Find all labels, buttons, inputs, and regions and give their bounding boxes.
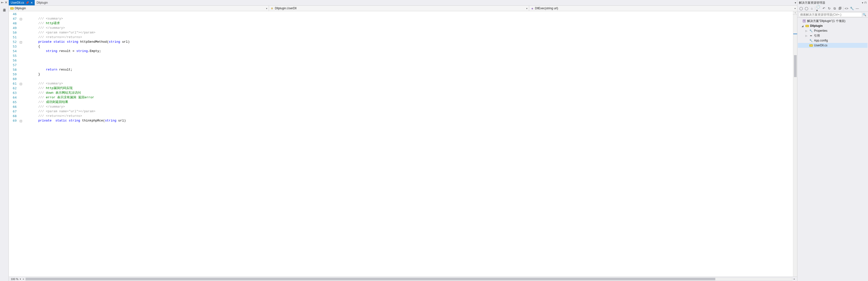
- home-icon[interactable]: ⌂: [810, 6, 814, 11]
- solution-node[interactable]: ⧉ 解决方案"Dllplugin"(1 个项目): [798, 19, 868, 24]
- panel-toolbar: ◯ ◯ ⌂ 🕘▾ ↶ ↻ ⧉ 🗐 <> 🔧 —: [797, 5, 868, 12]
- nav-next-icon[interactable]: ▸: [794, 277, 795, 281]
- editor-pane: UserDll.cs 📌 ✕ Dllplugin ▾ C# Dllplugin …: [9, 0, 797, 281]
- expand-icon[interactable]: ▷: [805, 34, 808, 37]
- line-gutter: 4647484950515253545556575859606162636465…: [9, 11, 19, 277]
- class-icon: ⚙: [271, 7, 274, 10]
- node-label: Properties: [814, 29, 828, 32]
- panel-title: 解决方案资源管理器: [799, 1, 825, 5]
- zoom-level[interactable]: 100 %: [11, 278, 18, 281]
- left-dock: ⇤ ✕ 提示: [0, 0, 9, 281]
- node-label: App.config: [814, 39, 828, 42]
- split-icon[interactable]: ⫞: [793, 11, 797, 14]
- panel-menu-icon[interactable]: ▾: [862, 1, 863, 4]
- project-label: Dllplugin: [810, 24, 823, 28]
- search-input[interactable]: [799, 12, 862, 17]
- undo-icon[interactable]: ↶: [822, 6, 826, 11]
- csharp-file-icon: C#: [809, 43, 813, 47]
- more-icon[interactable]: —: [855, 6, 860, 11]
- nav-scope-label: Dllplugin: [15, 7, 26, 10]
- appconfig-node[interactable]: 🔧 App.config: [798, 38, 868, 43]
- chevron-down-icon: ▾: [266, 7, 267, 10]
- nav-bar: C# Dllplugin ▾ ⚙ Dllplugin.UserDll ▾ ◈ D…: [9, 5, 797, 11]
- solution-icon: ⧉: [802, 19, 806, 23]
- tab-label: Dllplugin: [37, 1, 48, 4]
- nav-class[interactable]: ⚙ Dllplugin.UserDll ▾: [269, 6, 529, 11]
- chevron-down-icon: ▾: [526, 7, 527, 10]
- fold-toggle[interactable]: −: [20, 83, 22, 85]
- method-icon: ◈: [531, 7, 534, 10]
- fold-toggle[interactable]: −: [20, 18, 22, 20]
- tab-userdll[interactable]: UserDll.cs 📌 ✕: [9, 0, 35, 5]
- properties-icon[interactable]: 🔧: [850, 6, 854, 11]
- node-label: 引用: [814, 34, 820, 38]
- horizontal-scrollbar[interactable]: [25, 278, 792, 281]
- tab-bar: UserDll.cs 📌 ✕ Dllplugin ▾: [9, 0, 797, 5]
- wrench-icon: 🔧: [809, 29, 813, 33]
- scroll-mark: [793, 34, 797, 34]
- nav-method-label: DllExec(string url): [535, 7, 558, 10]
- tab-label: UserDll.cs: [11, 1, 24, 4]
- references-node[interactable]: ▷ ▪▪ 引用: [798, 33, 868, 38]
- status-bar: 100 % ▾ ◂ ▸: [9, 277, 797, 281]
- properties-node[interactable]: ▷ 🔧 Properties: [798, 28, 868, 33]
- solution-explorer: 解决方案资源管理器 ▾ ⊓ ◯ ◯ ⌂ 🕘▾ ↶ ↻ ⧉ 🗐 <> 🔧 — 🔍: [797, 0, 868, 281]
- forward-icon[interactable]: ◯: [804, 6, 809, 11]
- tab-dllplugin[interactable]: Dllplugin: [35, 0, 50, 5]
- fold-column: − − − −: [19, 11, 23, 277]
- fold-toggle[interactable]: −: [20, 120, 22, 122]
- refresh-icon[interactable]: ↻: [827, 6, 831, 11]
- scroll-thumb[interactable]: [794, 55, 797, 77]
- solution-tree: ⧉ 解决方案"Dllplugin"(1 个项目) ◢ C# Dllplugin …: [797, 17, 868, 49]
- csharp-project-icon: C#: [805, 24, 809, 28]
- search-icon[interactable]: 🔍: [862, 13, 867, 16]
- chevron-down-icon: ▾: [795, 7, 796, 10]
- nav-prev-icon[interactable]: ◂: [23, 277, 24, 281]
- vertical-scrollbar[interactable]: ⫞: [793, 11, 797, 277]
- pin-icon[interactable]: ⇤ ✕: [1, 0, 8, 4]
- expand-icon[interactable]: ◢: [801, 25, 804, 27]
- config-icon: 🔧: [809, 39, 813, 42]
- back-icon[interactable]: ◯: [799, 6, 803, 11]
- project-node[interactable]: ◢ C# Dllplugin: [798, 24, 868, 28]
- nav-class-label: Dllplugin.UserDll: [275, 7, 297, 10]
- tab-overflow-icon[interactable]: ▾: [795, 1, 796, 4]
- fold-toggle[interactable]: −: [20, 41, 22, 43]
- sync-icon[interactable]: 🕘▾: [816, 6, 820, 11]
- hscroll-thumb[interactable]: [26, 278, 715, 280]
- nav-scope[interactable]: C# Dllplugin ▾: [9, 6, 269, 11]
- close-icon[interactable]: ✕: [31, 1, 33, 4]
- references-icon: ▪▪: [809, 34, 813, 38]
- pin-icon[interactable]: ⊓: [864, 1, 867, 4]
- expand-icon[interactable]: ▷: [805, 30, 808, 32]
- panel-title-bar: 解决方案资源管理器 ▾ ⊓: [797, 0, 868, 5]
- nav-method[interactable]: ◈ DllExec(string url) ▾: [529, 6, 797, 11]
- separator: [843, 7, 843, 10]
- userdll-node[interactable]: C# UserDll.cs: [798, 43, 868, 48]
- csharp-project-icon: C#: [10, 7, 14, 10]
- collapse-icon[interactable]: ⧉: [832, 6, 837, 11]
- code-content[interactable]: /// <summary> /// http请求 /// </summary> …: [23, 11, 793, 277]
- pin-icon[interactable]: 📌: [26, 1, 29, 4]
- solution-label: 解决方案"Dllplugin"(1 个项目): [807, 19, 845, 23]
- code-icon[interactable]: <>: [844, 6, 849, 11]
- panel-search: 🔍: [797, 12, 868, 17]
- zoom-caret-icon[interactable]: ▾: [20, 278, 21, 280]
- show-all-icon[interactable]: 🗐: [838, 6, 842, 11]
- code-area[interactable]: 4647484950515253545556575859606162636465…: [9, 11, 797, 277]
- node-label: UserDll.cs: [814, 44, 828, 47]
